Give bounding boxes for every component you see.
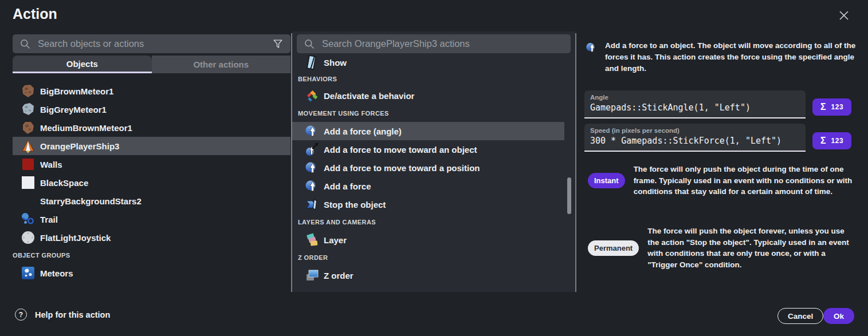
object-row-walls[interactable]: Walls [13,155,290,173]
angle-field[interactable]: Angle Gamepads::StickAngle(1, "Left") [584,90,806,118]
actions-search-input[interactable] [321,38,564,50]
section-z-order: Z ORDER [292,249,564,266]
permanent-note: Permanent The force will push the object… [584,226,856,270]
sigma-icon: Σ [820,136,826,146]
numbers-icon: 123 [831,137,844,145]
left-tab-bar: Objects Other actions [13,56,290,73]
help-link[interactable]: ? Help for this action [15,309,110,321]
orange-ship-icon [21,139,36,153]
page-title: Action [13,6,57,22]
close-icon [839,10,849,21]
object-row-orangeplayership3[interactable]: OrangePlayerShip3 [13,137,290,155]
joystick-icon [21,230,36,245]
cancel-button[interactable]: Cancel [777,308,823,324]
objects-list: BigBrownMeteor1 BigGreyMeteor1 MediumBro… [13,73,290,282]
group-row-meteors[interactable]: Meteors [13,264,290,282]
speed-expression-button[interactable]: Σ 123 [812,132,851,149]
tab-objects-label: Objects [66,59,98,69]
object-label: BigGreyMeteor1 [40,105,107,114]
speed-field-label: Speed (in pixels per second) [590,127,800,134]
angle-expression-button[interactable]: Σ 123 [812,98,851,116]
search-icon [19,38,31,50]
speed-field-value[interactable]: 300 * Gamepads::StickForce(1, "Left") [590,136,800,146]
object-row-bigbrownmeteor1[interactable]: BigBrownMeteor1 [13,82,290,100]
add-force-icon [305,179,320,193]
right-panel-divider [575,33,576,292]
ok-button[interactable]: Ok [823,308,854,324]
filter-icon[interactable] [272,38,284,50]
action-row-stop-object[interactable]: Stop the object [292,195,564,214]
section-movement: MOVEMENT USING FORCES [292,105,564,122]
actions-scrollbar-thumb[interactable] [567,177,571,214]
object-row-mediumbrownmeteor1[interactable]: MediumBrownMeteor1 [13,118,290,137]
instant-note-text: The force will only push the object duri… [634,164,856,197]
add-force-icon [586,41,598,54]
object-label: BigBrownMeteor1 [40,86,113,96]
action-row-add-force[interactable]: Add a force [292,177,564,195]
object-row-blackspace[interactable]: BlackSpace [13,173,290,192]
action-label: De/activate a behavior [324,91,414,101]
brown-meteor-icon [21,84,36,98]
action-row-z-order[interactable]: Z order [292,266,564,284]
layer-icon [305,232,320,247]
brown-meteor-icon [21,120,36,135]
object-label: BlackSpace [40,178,88,188]
add-force-toward-object-icon [305,142,320,157]
instant-badge[interactable]: Instant [588,173,625,188]
objects-search-input[interactable] [37,38,266,50]
action-label: Add a force [324,181,371,191]
numbers-icon: 123 [831,103,844,111]
actions-list: Show BEHAVIORS De/activate a behavior MO… [292,53,575,284]
action-label: Stop the object [324,200,386,209]
speed-field[interactable]: Speed (in pixels per second) 300 * Gamep… [584,124,806,152]
trail-dots-icon [21,212,36,227]
action-row-add-force-angle[interactable]: Add a force (angle) [292,122,564,140]
action-label: Layer [324,235,347,245]
close-button[interactable] [836,8,851,23]
action-label: Add a force to move toward an object [324,145,477,155]
tab-objects[interactable]: Objects [13,56,152,73]
grey-meteor-icon [21,102,36,117]
description-text: Add a force to an object. The object wil… [605,40,856,74]
angle-field-value[interactable]: Gamepads::StickAngle(1, "Left") [590,102,800,113]
object-groups-header: OBJECT GROUPS [13,247,290,264]
object-row-starrybackgroundstars2[interactable]: StarryBackgroundStars2 [13,192,290,210]
object-row-flatlightjoystick[interactable]: FlatLightJoystick [13,228,290,247]
action-row-show[interactable]: Show [292,53,564,72]
object-label: Trail [40,215,58,224]
white-square-icon [21,175,36,190]
empty-icon [21,193,36,208]
behavior-icon [305,88,320,103]
object-row-trail[interactable]: Trail [13,210,290,228]
action-row-layer[interactable]: Layer [292,231,564,249]
stop-object-icon [305,197,320,212]
group-label: Meteors [40,268,73,278]
permanent-badge[interactable]: Permanent [588,240,639,256]
object-label: Walls [40,160,62,169]
object-label: FlatLightJoystick [40,233,111,243]
tab-other-actions[interactable]: Other actions [152,56,291,73]
actions-search[interactable] [297,34,571,53]
action-label: Show [324,58,347,68]
sigma-icon: Σ [820,102,826,112]
angle-field-label: Angle [590,94,800,101]
help-label: Help for this action [35,310,110,319]
object-label: MediumBrownMeteor1 [40,123,132,133]
permanent-note-text: The force will push the object forever, … [647,226,856,270]
add-force-icon [305,160,320,175]
action-label: Add a force to move toward a position [324,163,480,173]
red-square-icon [21,157,36,172]
action-label: Z order [324,271,354,280]
z-order-icon [305,268,320,283]
search-icon [304,38,315,50]
action-row-deactivate-behavior[interactable]: De/activate a behavior [292,86,564,105]
action-row-add-force-toward-position[interactable]: Add a force to move toward a position [292,159,564,177]
objects-search[interactable] [13,34,290,53]
action-description: Add a force to an object. The object wil… [586,40,856,74]
tab-other-actions-label: Other actions [193,60,249,69]
instant-note: Instant The force will only push the obj… [584,164,856,197]
show-icon [305,55,320,70]
section-layers-cameras: LAYERS AND CAMERAS [292,214,564,231]
object-row-biggreymeteor1[interactable]: BigGreyMeteor1 [13,100,290,118]
action-row-add-force-toward-object[interactable]: Add a force to move toward an object [292,140,564,159]
